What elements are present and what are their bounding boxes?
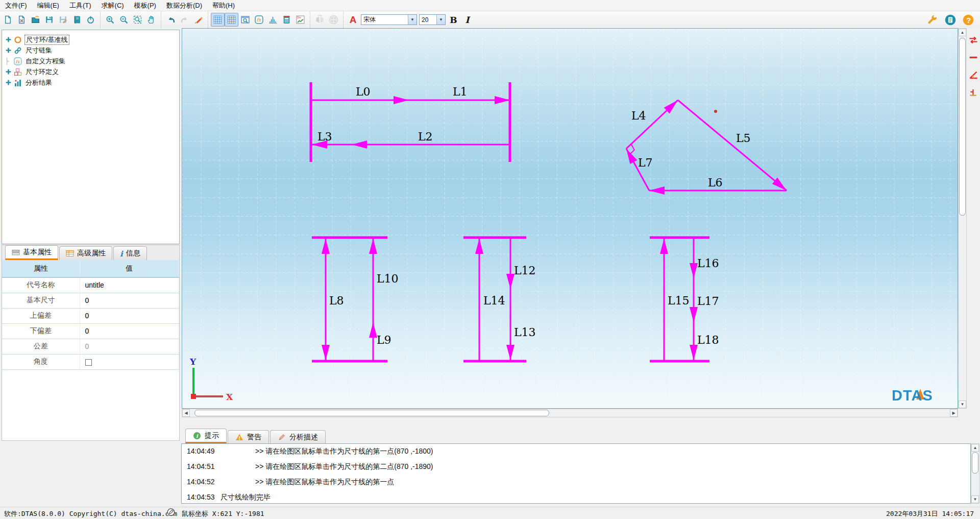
italic-button[interactable]: I <box>460 13 474 27</box>
open-file-button[interactable] <box>29 13 42 27</box>
tree-item-label[interactable]: 尺寸链集 <box>24 46 53 55</box>
canvas-horizontal-scrollbar[interactable]: ◀ ▶ <box>182 409 958 417</box>
dimension-label[interactable]: L18 <box>697 334 719 346</box>
grid-button[interactable] <box>211 13 225 27</box>
dimension-label[interactable]: L5 <box>736 132 751 145</box>
zoom-in-button[interactable] <box>103 13 117 27</box>
horizontal-scroll-thumb[interactable] <box>194 410 549 416</box>
dimension-label[interactable]: L0 <box>356 85 371 98</box>
message-list[interactable]: 14:04:49 >> 请在绘图区鼠标单击作为尺寸线的第一点(870 ,-180… <box>181 443 971 504</box>
help-button[interactable]: ? <box>961 13 975 27</box>
dimension-label[interactable]: L10 <box>377 272 399 285</box>
tree-item-label[interactable]: 尺寸环定义 <box>24 67 60 77</box>
tree-item-label[interactable]: 尺寸环/基准线 <box>24 35 69 45</box>
chevron-down-icon[interactable]: ▼ <box>436 15 445 25</box>
scroll-right-icon[interactable]: ▶ <box>950 409 958 417</box>
dimension-label[interactable]: L16 <box>697 257 719 270</box>
settings-button[interactable] <box>925 13 939 27</box>
format-brush-button[interactable] <box>191 13 205 27</box>
prop-value[interactable]: 0 <box>80 323 179 339</box>
swap-direction-button[interactable] <box>968 34 979 45</box>
calculator-button[interactable] <box>280 13 293 27</box>
drawing-area[interactable]: L0 L1 L2 L3 L4 L5 L6 L7 L8 L9 L10 <box>182 28 958 409</box>
horizontal-dimension-button[interactable] <box>968 52 979 63</box>
expand-icon[interactable] <box>5 48 11 54</box>
message-scroll-thumb[interactable] <box>972 452 978 474</box>
canvas-vertical-scrollbar[interactable]: ▲ ▼ <box>958 28 967 409</box>
tree-item-analysis-results[interactable]: 分析结果 <box>5 77 177 88</box>
angle-checkbox[interactable] <box>85 359 92 366</box>
dimension-label[interactable]: L1 <box>453 85 468 98</box>
report-button[interactable] <box>70 13 84 27</box>
menu-tools[interactable]: 工具(T) <box>64 0 96 11</box>
tree-item-custom-equations[interactable]: ├ fx 自定义方程集 <box>5 56 177 66</box>
perpendicular-dimension-button[interactable] <box>968 86 979 98</box>
dimension-label[interactable]: L4 <box>631 109 646 122</box>
dimension-label[interactable]: L14 <box>483 294 505 307</box>
tab-hints[interactable]: i 提示 <box>185 429 227 443</box>
save-as-button[interactable] <box>56 13 70 27</box>
exit-button[interactable] <box>84 13 97 27</box>
dimension-label[interactable]: L2 <box>418 130 433 143</box>
distribution-button[interactable]: Dist <box>293 13 307 27</box>
tab-analysis-description[interactable]: 分析描述 <box>270 430 326 443</box>
histogram-button[interactable] <box>266 13 280 27</box>
tree-item-dimension-loop-definition[interactable]: 尺寸环定义 <box>5 66 177 77</box>
menu-data-analysis[interactable]: 数据分析(D) <box>161 0 207 11</box>
tab-info[interactable]: i 信息 <box>113 246 147 260</box>
save-button[interactable] <box>42 13 56 27</box>
prop-value[interactable]: untitle <box>80 277 179 293</box>
tab-basic-properties[interactable]: 基本属性 <box>5 245 58 260</box>
dimension-label[interactable]: L15 <box>668 294 690 307</box>
zoom-out-button[interactable] <box>117 13 131 27</box>
expand-icon[interactable] <box>5 37 11 43</box>
expand-icon[interactable] <box>5 80 11 86</box>
redo-button[interactable] <box>178 13 191 27</box>
menu-solve[interactable]: 求解(C) <box>96 0 129 11</box>
menu-file[interactable]: 文件(F) <box>0 0 32 11</box>
chevron-down-icon[interactable]: ▼ <box>408 15 416 25</box>
dimension-label[interactable]: L13 <box>514 326 536 339</box>
dimension-label[interactable]: L17 <box>697 295 719 308</box>
preview-button[interactable] <box>238 13 252 27</box>
view-flip-button[interactable] <box>313 13 327 27</box>
close-file-button[interactable] <box>15 13 29 27</box>
font-family-select[interactable]: 宋体 ▼ <box>361 14 417 25</box>
dimension-label[interactable]: L8 <box>329 294 344 307</box>
drawing-canvas[interactable]: L0 L1 L2 L3 L4 L5 L6 L7 L8 L9 L10 <box>182 29 958 408</box>
scroll-up-icon[interactable]: ▲ <box>971 444 979 452</box>
undo-button[interactable] <box>164 13 178 27</box>
bold-button[interactable]: B <box>447 13 460 27</box>
dimension-label[interactable]: L12 <box>514 264 536 277</box>
angle-dimension-button[interactable] <box>968 69 979 80</box>
tab-advanced-properties[interactable]: 高级属性 <box>59 246 112 260</box>
message-scrollbar[interactable]: ▲ ▼ <box>971 443 979 504</box>
notes-button[interactable] <box>943 13 957 27</box>
scroll-up-icon[interactable]: ▲ <box>959 29 966 36</box>
dimension-label[interactable]: L9 <box>377 334 391 346</box>
hole-pattern-button[interactable] <box>327 13 340 27</box>
font-size-select[interactable]: 20 ▼ <box>419 14 446 25</box>
new-file-button[interactable] <box>1 13 15 27</box>
menu-help[interactable]: 帮助(H) <box>207 0 240 11</box>
vertical-scroll-thumb[interactable] <box>959 38 966 216</box>
font-color-button[interactable]: A <box>346 13 360 27</box>
tree-item-dimension-loop-baseline[interactable]: 尺寸环/基准线 <box>5 34 177 45</box>
menu-edit[interactable]: 编辑(E) <box>32 0 64 11</box>
expand-icon[interactable] <box>5 69 11 75</box>
scroll-down-icon[interactable]: ▼ <box>959 400 966 408</box>
scroll-down-icon[interactable]: ▼ <box>971 496 979 503</box>
tree-item-dimension-chain-set[interactable]: 尺寸链集 <box>5 45 177 56</box>
menu-template[interactable]: 模板(P) <box>129 0 161 11</box>
scroll-left-icon[interactable]: ◀ <box>182 409 190 417</box>
dimension-label[interactable]: L6 <box>708 176 723 189</box>
prop-value[interactable]: 0 <box>80 308 179 323</box>
prop-value[interactable]: 0 <box>80 293 179 308</box>
pan-button[interactable] <box>144 13 158 27</box>
tree-item-label[interactable]: 自定义方程集 <box>24 57 66 66</box>
grid-points-button[interactable] <box>225 13 238 27</box>
tab-warnings[interactable]: 警告 <box>228 430 269 443</box>
zoom-window-button[interactable] <box>131 13 144 27</box>
tree-item-label[interactable]: 分析结果 <box>24 78 53 87</box>
dimension-label[interactable]: L3 <box>317 130 332 143</box>
